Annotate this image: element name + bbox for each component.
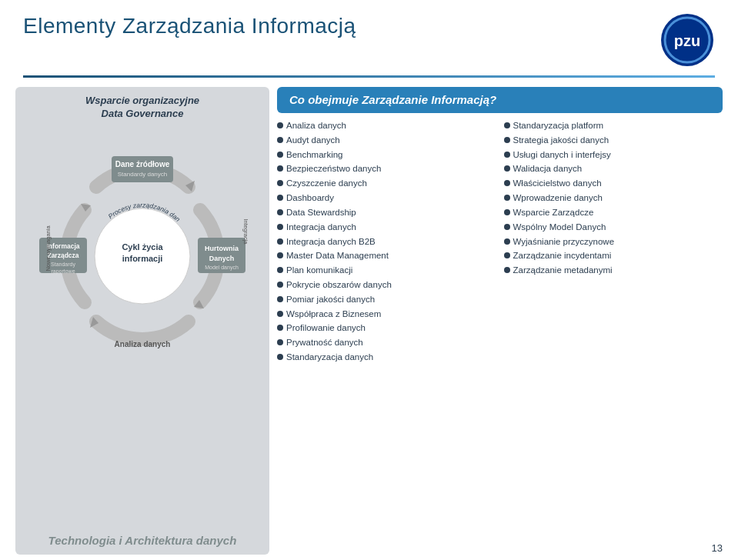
header-divider xyxy=(23,75,715,78)
info-question-title: Co obejmuje Zarządzanie Informacją? xyxy=(289,93,496,106)
header: Elementy Zarządzania Informacją pzu xyxy=(0,0,738,75)
svg-text:Hurtownia: Hurtownia xyxy=(205,245,239,252)
list-item: Standaryzacja platform xyxy=(504,119,723,133)
svg-text:pzu: pzu xyxy=(674,32,700,49)
logo: pzu xyxy=(661,14,715,68)
bullet-dot xyxy=(504,267,510,273)
bullet-list-1: Analiza danychAudyt danychBenchmarkingBe… xyxy=(277,119,496,365)
bullet-dot xyxy=(504,165,510,172)
list-item: Bezpieczeństwo danych xyxy=(277,162,496,176)
pzu-logo-icon: pzu xyxy=(661,14,713,66)
bullet-dot xyxy=(504,238,510,245)
list-item: Standaryzacja danych xyxy=(277,351,496,365)
svg-text:raportowe: raportowe xyxy=(51,268,75,275)
bullet-dot xyxy=(277,224,283,230)
list-item: Czyszczenie danych xyxy=(277,177,496,191)
list-item: Pomiar jakości danych xyxy=(277,293,496,307)
governance-title: Wsparcie organizacyjne Data Governance xyxy=(28,95,257,121)
list-item: Integracja danych xyxy=(277,221,496,235)
list-item: Współpraca z Biznesem xyxy=(277,308,496,322)
list-item: Analiza danych xyxy=(277,119,496,133)
bullet-dot xyxy=(504,152,510,158)
list-item: Profilowanie danych xyxy=(277,322,496,335)
list-item: Data Stewardship xyxy=(277,206,496,220)
page-title: Elementy Zarządzania Informacją xyxy=(23,14,356,38)
bullet-dot xyxy=(504,224,510,230)
bullet-dot xyxy=(277,152,283,158)
bullet-dot xyxy=(277,267,283,273)
svg-text:Nowe wymagania: Nowe wymagania xyxy=(45,225,52,271)
svg-text:Cykl życia: Cykl życia xyxy=(122,242,163,252)
list-item: Integracja danych B2B xyxy=(277,235,496,249)
bullet-dot xyxy=(277,354,283,360)
bullet-dot xyxy=(277,238,283,245)
bullet-dot xyxy=(277,296,283,302)
bullet-dot xyxy=(277,137,283,143)
svg-text:informacji: informacji xyxy=(122,254,163,263)
bullet-dot xyxy=(277,252,283,258)
bullet-dot xyxy=(504,137,510,143)
info-question-box: Co obejmuje Zarządzanie Informacją? xyxy=(277,87,723,113)
list-item: Wsparcie Zarządcze xyxy=(504,206,723,220)
bullet-dot xyxy=(504,122,510,128)
bullet-dot xyxy=(277,195,283,201)
bullet-dot xyxy=(277,339,283,345)
list-item: Właścicielstwo danych xyxy=(504,177,723,191)
left-panel: Wsparcie organizacyjne Data Governance xyxy=(15,87,269,555)
svg-text:Dane źródłowe: Dane źródłowe xyxy=(115,160,170,168)
governance-box: Wsparcie organizacyjne Data Governance xyxy=(15,87,269,555)
svg-text:Zarządcza: Zarządcza xyxy=(47,252,78,259)
svg-text:Standardy: Standardy xyxy=(51,262,75,268)
svg-text:Danych: Danych xyxy=(209,255,235,262)
tech-arch-label: Technologia i Architektura danych xyxy=(15,534,269,547)
bullet-dot xyxy=(504,180,510,186)
list-item: Wspólny Model Danych xyxy=(504,221,723,235)
bullet-dot xyxy=(277,180,283,186)
bullet-dot xyxy=(277,311,283,317)
list-item: Dashboardy xyxy=(277,192,496,205)
bullet-dot xyxy=(277,122,283,128)
list-item: Plan komunikacji xyxy=(277,264,496,278)
svg-text:Model danych: Model danych xyxy=(205,265,239,271)
bullet-dot xyxy=(504,209,510,215)
bullet-list-2: Standaryzacja platformStrategia jakości … xyxy=(504,119,723,365)
bullet-dot xyxy=(277,209,283,215)
list-item: Prywatność danych xyxy=(277,336,496,350)
page-number: 13 xyxy=(712,542,723,554)
list-item: Audyt danych xyxy=(277,134,496,148)
right-panel: Co obejmuje Zarządzanie Informacją? Anal… xyxy=(277,87,723,555)
list-item: Wyjaśnianie przyczynowe xyxy=(504,235,723,249)
list-item: Walidacja danych xyxy=(504,162,723,176)
list-item: Zarządzanie incydentami xyxy=(504,249,723,263)
list-item: Strategia jakości danych xyxy=(504,134,723,148)
lists-container: Analiza danychAudyt danychBenchmarkingBe… xyxy=(277,119,723,365)
bullet-dot xyxy=(504,252,510,258)
diagram-svg: Cykl życia informacji Procesy zarządzani… xyxy=(35,148,250,364)
list-item: Benchmarking xyxy=(277,148,496,162)
bullet-dot xyxy=(277,165,283,172)
list-item: Pokrycie obszarów danych xyxy=(277,278,496,292)
bullet-dot xyxy=(277,325,283,331)
bullet-dot xyxy=(277,282,283,288)
bullet-dot xyxy=(504,195,510,201)
diagram-area: Cykl życia informacji Procesy zarządzani… xyxy=(28,125,257,387)
list-item: Master Data Management xyxy=(277,249,496,263)
svg-text:Analiza danych: Analiza danych xyxy=(115,340,171,348)
main-content: Wsparcie organizacyjne Data Governance xyxy=(0,87,738,555)
list-item: Zarządzanie metadanymi xyxy=(504,264,723,278)
svg-text:Integracja: Integracja xyxy=(242,218,249,245)
list-item: Usługi danych i interfejsy xyxy=(504,148,723,162)
svg-text:Standardy danych: Standardy danych xyxy=(118,171,168,178)
list-item: Wprowadzenie danych xyxy=(504,192,723,205)
